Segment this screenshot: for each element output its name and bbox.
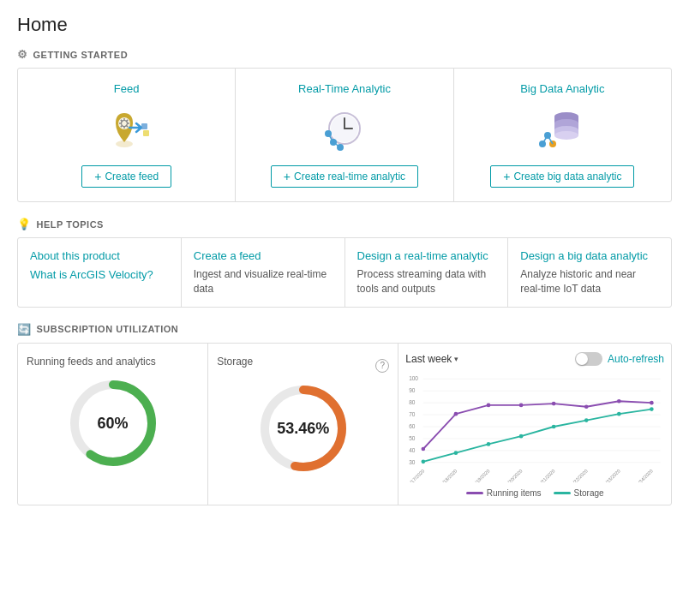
legend-storage: Storage bbox=[554, 488, 604, 498]
create-feed-button[interactable]: + Create feed bbox=[81, 165, 171, 188]
getting-started-section: Feed bbox=[17, 68, 672, 202]
running-feeds-title: Running feeds and analytics bbox=[27, 356, 156, 368]
feed-icon bbox=[97, 104, 157, 155]
svg-rect-11 bbox=[141, 123, 147, 129]
realtime-analytic-link[interactable]: Design a real-time analytic bbox=[357, 248, 496, 264]
svg-point-64 bbox=[487, 442, 491, 446]
realtime-analytic-desc: Process streaming data with tools and ou… bbox=[357, 267, 496, 296]
help-col-2: Design a real-time analytic Process stre… bbox=[345, 238, 509, 307]
svg-rect-12 bbox=[143, 130, 149, 136]
svg-text:40: 40 bbox=[409, 446, 416, 452]
bigdata-card-title: Big Data Analytic bbox=[520, 82, 604, 95]
time-range-selector[interactable]: Last week ▾ bbox=[405, 353, 458, 365]
svg-text:90: 90 bbox=[409, 387, 416, 393]
getting-started-label: GETTING STARTED bbox=[33, 50, 129, 60]
create-realtime-button[interactable]: + Create real-time analytic bbox=[271, 165, 418, 188]
help-col-1: Create a feed Ingest and visualize real-… bbox=[182, 238, 345, 307]
storage-title: Storage bbox=[217, 356, 253, 368]
legend-running-label: Running items bbox=[487, 488, 542, 498]
svg-point-55 bbox=[454, 412, 458, 416]
svg-point-58 bbox=[552, 402, 556, 406]
svg-point-65 bbox=[519, 434, 524, 439]
svg-text:11/23/2020: 11/23/2020 bbox=[601, 468, 621, 482]
svg-point-63 bbox=[454, 451, 458, 455]
subscription-row: Running feeds and analytics 60% Storage … bbox=[18, 344, 671, 505]
cards-row: Feed bbox=[18, 69, 671, 201]
help-icon: 💡 bbox=[17, 218, 32, 230]
subscription-icon: 🔄 bbox=[17, 323, 32, 336]
svg-text:30: 30 bbox=[409, 458, 416, 464]
bigdata-icon bbox=[532, 104, 592, 155]
page-title: Home bbox=[17, 14, 672, 36]
bigdata-analytic-desc: Analyze historic and near real-time IoT … bbox=[520, 267, 659, 296]
svg-point-67 bbox=[584, 418, 589, 422]
svg-text:11/17/2020: 11/17/2020 bbox=[405, 468, 425, 482]
svg-point-28 bbox=[554, 131, 578, 140]
legend-storage-color bbox=[554, 492, 571, 494]
subscription-header: 🔄 SUBSCRIPTION UTILIZATION bbox=[17, 323, 672, 336]
running-feeds-donut: 60% bbox=[66, 376, 160, 470]
auto-refresh-toggle[interactable] bbox=[575, 352, 602, 366]
what-is-velocity-link[interactable]: What is ArcGIS Velocity? bbox=[30, 267, 169, 283]
svg-point-66 bbox=[552, 424, 556, 428]
auto-refresh-label: Auto-refresh bbox=[608, 353, 664, 365]
svg-text:70: 70 bbox=[409, 411, 416, 417]
feed-card-title: Feed bbox=[114, 82, 140, 95]
create-feed-desc: Ingest and visualize real-time data bbox=[194, 267, 333, 296]
storage-card: Storage ? 53.46% bbox=[208, 344, 398, 505]
svg-text:100: 100 bbox=[409, 375, 418, 381]
about-product-link[interactable]: About this product bbox=[30, 248, 169, 264]
svg-text:50: 50 bbox=[409, 435, 416, 441]
legend-running: Running items bbox=[466, 488, 542, 498]
info-icon[interactable]: ? bbox=[375, 359, 389, 373]
svg-text:11/24/2020: 11/24/2020 bbox=[633, 468, 654, 482]
auto-refresh-control: Auto-refresh bbox=[575, 352, 664, 366]
subscription-label: SUBSCRIPTION UTILIZATION bbox=[37, 324, 179, 334]
create-feed-link[interactable]: Create a feed bbox=[194, 248, 333, 264]
svg-point-61 bbox=[650, 401, 654, 405]
svg-text:11/20/2020: 11/20/2020 bbox=[503, 468, 524, 482]
svg-text:11/19/2020: 11/19/2020 bbox=[470, 468, 491, 482]
bigdata-card: Big Data Analytic bbox=[454, 69, 671, 201]
help-col-0: About this product What is ArcGIS Veloci… bbox=[18, 238, 182, 307]
chart-card: Last week ▾ Auto-refresh 100 90 bbox=[398, 344, 671, 505]
svg-point-56 bbox=[487, 403, 491, 407]
svg-point-59 bbox=[584, 404, 589, 409]
main-page: Home ⚙ GETTING STARTED Feed bbox=[0, 0, 689, 535]
plus-icon: + bbox=[284, 170, 291, 182]
help-topics-header: 💡 HELP TOPICS bbox=[17, 218, 672, 230]
realtime-card: Real-Time Analytic bbox=[236, 69, 453, 201]
plus-icon: + bbox=[94, 170, 101, 182]
bigdata-analytic-link[interactable]: Design a big data analytic bbox=[520, 248, 659, 264]
svg-point-62 bbox=[422, 459, 426, 463]
legend-storage-label: Storage bbox=[574, 488, 604, 498]
plus-icon: + bbox=[503, 170, 510, 182]
running-feeds-pct: 60% bbox=[98, 414, 129, 432]
subscription-section: Running feeds and analytics 60% Storage … bbox=[17, 343, 672, 505]
getting-started-icon: ⚙ bbox=[17, 48, 28, 61]
chart-legend: Running items Storage bbox=[405, 488, 664, 498]
chart-svg-wrapper: 100 90 80 70 60 50 40 30 bbox=[405, 371, 664, 485]
chart-controls: Last week ▾ Auto-refresh bbox=[405, 352, 664, 366]
svg-point-69 bbox=[650, 407, 654, 411]
feed-card: Feed bbox=[18, 69, 236, 201]
svg-text:80: 80 bbox=[409, 399, 416, 405]
storage-donut: 53.46% bbox=[256, 381, 350, 475]
svg-text:11/18/2020: 11/18/2020 bbox=[438, 468, 458, 482]
svg-point-60 bbox=[617, 399, 621, 404]
help-topics-label: HELP TOPICS bbox=[37, 219, 104, 230]
create-bigdata-button[interactable]: + Create big data analytic bbox=[490, 165, 634, 188]
legend-running-color bbox=[466, 492, 483, 494]
running-feeds-card: Running feeds and analytics 60% bbox=[18, 344, 208, 505]
svg-point-54 bbox=[422, 446, 426, 451]
help-row: About this product What is ArcGIS Veloci… bbox=[18, 238, 671, 307]
help-topics-section: About this product What is ArcGIS Veloci… bbox=[17, 237, 672, 308]
storage-header: Storage ? bbox=[217, 356, 389, 376]
chevron-down-icon: ▾ bbox=[454, 355, 458, 363]
realtime-icon bbox=[315, 104, 374, 155]
toggle-knob bbox=[576, 353, 588, 365]
svg-text:11/22/2020: 11/22/2020 bbox=[568, 468, 589, 482]
getting-started-header: ⚙ GETTING STARTED bbox=[17, 48, 672, 61]
svg-point-68 bbox=[617, 412, 621, 416]
svg-point-57 bbox=[519, 403, 524, 407]
